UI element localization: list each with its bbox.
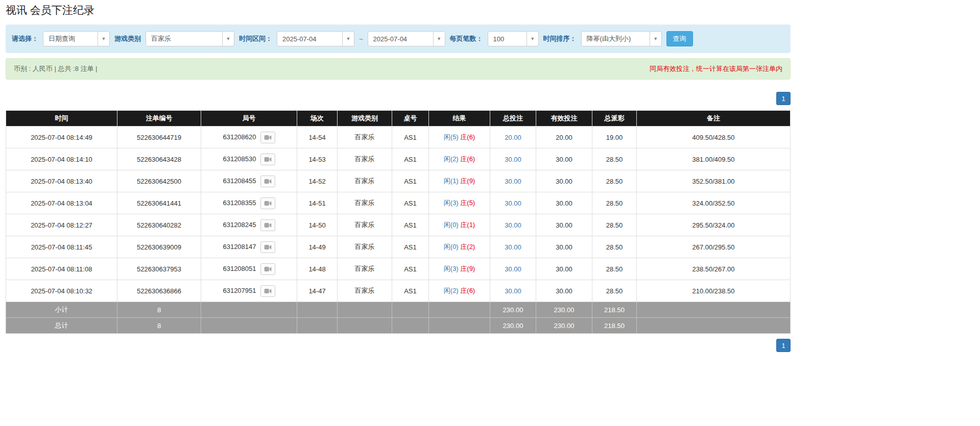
grand-total-row: 总计 8 230.00 230.00 218.50 <box>6 318 791 334</box>
table-row: 2025-07-04 08:10:32 522630636866 6312079… <box>6 280 791 302</box>
cell-valid-bet: 30.00 <box>536 214 592 236</box>
video-replay-button[interactable] <box>260 197 275 209</box>
grand-total-total-bet: 230.00 <box>490 318 536 334</box>
cell-total-bet: 20.00 <box>490 127 536 148</box>
cell-remark: 324.00/352.50 <box>637 192 791 214</box>
empty-cell <box>338 302 392 318</box>
date-from-select[interactable]: 2025-07-04 ▼ <box>277 31 354 46</box>
video-replay-button[interactable] <box>260 154 275 165</box>
query-button[interactable]: 查询 <box>666 31 693 46</box>
cell-table-no: AS1 <box>392 127 429 148</box>
cell-remark: 381.00/409.50 <box>637 148 791 170</box>
cell-table-no: AS1 <box>392 148 429 170</box>
result-banker: 庄(9) <box>460 265 475 272</box>
cell-total-bet: 30.00 <box>490 280 536 302</box>
cell-valid-bet: 30.00 <box>536 280 592 302</box>
sort-select[interactable]: 降幂(由大到小) ▼ <box>581 31 662 46</box>
empty-cell <box>392 302 429 318</box>
result-banker: 庄(1) <box>460 221 475 229</box>
result-banker: 庄(2) <box>460 243 475 250</box>
table-row: 2025-07-04 08:14:49 522630644719 6312086… <box>6 127 791 148</box>
column-header-bet-id: 注单编号 <box>117 111 201 127</box>
cell-session: 14-48 <box>297 258 338 280</box>
game-type-select[interactable]: 百家乐 ▼ <box>146 31 234 46</box>
result-player: 闲(0) <box>444 221 459 229</box>
column-header-payout: 总派彩 <box>592 111 637 127</box>
total-bet-link[interactable]: 30.00 <box>505 156 521 163</box>
video-replay-button[interactable] <box>260 219 275 231</box>
cell-bet-id: 522630642500 <box>117 170 201 192</box>
table-row: 2025-07-04 08:13:40 522630642500 6312084… <box>6 170 791 192</box>
round-id-text: 631208051 <box>223 264 256 272</box>
column-header-valid-bet: 有效投注 <box>536 111 592 127</box>
video-replay-button[interactable] <box>260 176 275 187</box>
cell-valid-bet: 30.00 <box>536 258 592 280</box>
subtotal-total-bet: 230.00 <box>490 302 536 318</box>
cell-round-id: 631208620 <box>201 127 297 148</box>
cell-round-id: 631208355 <box>201 192 297 214</box>
result-banker: 庄(5) <box>460 199 475 207</box>
table-body: 2025-07-04 08:14:49 522630644719 6312086… <box>6 127 791 302</box>
page-1-button[interactable]: 1 <box>776 92 791 105</box>
video-replay-button[interactable] <box>260 241 275 253</box>
date-to-select[interactable]: 2025-07-04 ▼ <box>368 31 445 46</box>
cell-payout: 28.50 <box>592 258 637 280</box>
chevron-down-icon: ▼ <box>650 32 661 46</box>
subtotal-label: 小计 <box>6 302 117 318</box>
date-type-select[interactable]: 日期查询 ▼ <box>43 31 110 46</box>
result-player: 闲(5) <box>444 133 459 141</box>
game-type-label: 游戏类别 <box>114 34 141 43</box>
cell-table-no: AS1 <box>392 214 429 236</box>
empty-cell <box>297 318 338 334</box>
result-banker: 庄(9) <box>460 177 475 185</box>
result-player: 闲(2) <box>444 155 459 163</box>
page-1-button[interactable]: 1 <box>776 339 791 352</box>
column-header-table-no: 桌号 <box>392 111 429 127</box>
cell-table-no: AS1 <box>392 258 429 280</box>
result-player: 闲(2) <box>444 287 459 294</box>
page-size-value: 100 <box>488 32 510 46</box>
cell-session: 14-52 <box>297 170 338 192</box>
result-player: 闲(3) <box>444 265 459 272</box>
column-header-time: 时间 <box>6 111 117 127</box>
total-bet-link[interactable]: 30.00 <box>505 221 521 229</box>
filter-bar: 请选择： 日期查询 ▼ 游戏类别 百家乐 ▼ 时间区间： 2025-07-04 … <box>6 24 791 53</box>
total-bet-link[interactable]: 30.00 <box>505 287 521 295</box>
cell-total-bet: 30.00 <box>490 236 536 258</box>
date-to-value: 2025-07-04 <box>368 32 413 46</box>
time-range-label: 时间区间： <box>239 34 272 43</box>
cell-session: 14-47 <box>297 280 338 302</box>
game-type-value: 百家乐 <box>146 32 176 46</box>
cell-payout: 28.50 <box>592 236 637 258</box>
cell-payout: 19.00 <box>592 127 637 148</box>
cell-game-type: 百家乐 <box>338 214 392 236</box>
total-bet-link[interactable]: 30.00 <box>505 199 521 207</box>
video-replay-button[interactable] <box>260 285 275 297</box>
empty-cell <box>201 302 297 318</box>
cell-table-no: AS1 <box>392 192 429 214</box>
total-bet-link[interactable]: 30.00 <box>505 178 521 185</box>
result-player: 闲(0) <box>444 243 459 250</box>
cell-valid-bet: 30.00 <box>536 192 592 214</box>
video-replay-button[interactable] <box>260 132 275 143</box>
result-banker: 庄(6) <box>460 155 475 163</box>
cell-total-bet: 30.00 <box>490 214 536 236</box>
chevron-down-icon: ▼ <box>527 32 538 46</box>
result-player: 闲(3) <box>444 199 459 207</box>
video-replay-button[interactable] <box>260 263 275 275</box>
summary-bar: 币别 : 人民币 | 总共 :8 注单 | 同局有效投注，统一计算在该局第一张注… <box>6 58 791 80</box>
page-size-select[interactable]: 100 ▼ <box>488 31 539 46</box>
cell-bet-id: 522630643428 <box>117 148 201 170</box>
date-range-separator: ~ <box>359 35 363 43</box>
cell-table-no: AS1 <box>392 170 429 192</box>
pagination-bottom: 1 <box>6 339 791 352</box>
subtotal-count: 8 <box>117 302 201 318</box>
cell-bet-id: 522630637953 <box>117 258 201 280</box>
total-bet-link[interactable]: 30.00 <box>505 243 521 251</box>
round-id-text: 631208147 <box>223 242 256 250</box>
sort-label: 时间排序： <box>543 34 577 43</box>
total-bet-link[interactable]: 30.00 <box>505 265 521 273</box>
round-id-text: 631208530 <box>223 155 256 162</box>
cell-bet-id: 522630636866 <box>117 280 201 302</box>
total-bet-link[interactable]: 20.00 <box>505 134 521 141</box>
